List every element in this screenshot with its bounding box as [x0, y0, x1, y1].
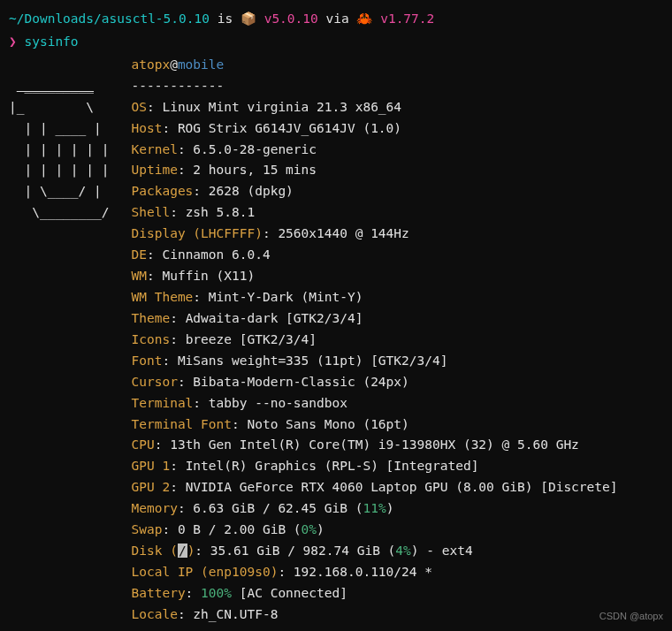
info-swap: Swap: 0 B / 2.00 GiB (0%): [132, 520, 618, 541]
prompt-char: ❯: [9, 34, 17, 49]
info-font: Font: MiSans weight=335 (11pt) [GTK2/3/4…: [132, 351, 618, 372]
watermark: CSDN @atopx: [599, 608, 663, 624]
separator-line: ------------: [132, 76, 618, 97]
package-icon: 📦: [241, 9, 256, 30]
cursor-block: /: [178, 544, 187, 558]
user-host-line: atopx@mobile: [132, 55, 618, 76]
info-terminal-font: Terminal Font: Noto Sans Mono (16pt): [132, 414, 618, 436]
info-cpu: CPU: 13th Gen Intel(R) Core(TM) i9-13980…: [132, 435, 618, 456]
info-locale: Locale: zh_CN.UTF-8: [132, 604, 618, 626]
command-input[interactable]: sysinfo: [24, 34, 78, 49]
info-packages: Packages: 2628 (dpkg): [132, 181, 618, 202]
rust-icon: 🦀: [356, 9, 372, 30]
info-cursor: Cursor: Bibata-Modern-Classic (24px): [132, 372, 618, 393]
cwd: ~/Downloads/asusctl-5.0.10: [9, 11, 210, 26]
info-uptime: Uptime: 2 hours, 15 mins: [132, 160, 618, 181]
info-terminal: Terminal: tabby --no-sandbox: [132, 393, 618, 414]
package-version: v5.0.10: [264, 11, 318, 26]
info-gpu1: GPU 1: Intel(R) Graphics (RPL-S) [Integr…: [132, 456, 618, 477]
info-host: Host: ROG Strix G614JV_G614JV (1.0): [132, 118, 618, 140]
ascii-logo: _________ |_ \ | | ____ | | | | | | | | …: [9, 55, 132, 245]
info-local-ip: Local IP (enp109s0): 192.168.0.110/24 *: [132, 562, 618, 583]
info-battery: Battery: 100% [AC Connected]: [132, 583, 618, 604]
shell-prompt-line-2[interactable]: ❯ sysinfo: [9, 32, 663, 53]
info-disk: Disk (/): 35.61 GiB / 982.74 GiB (4%) - …: [132, 541, 618, 562]
info-theme: Theme: Adwaita-dark [GTK2/3/4]: [132, 308, 618, 330]
info-display: Display (LHCFFFF): 2560x1440 @ 144Hz: [132, 224, 618, 245]
rust-version: v1.77.2: [380, 11, 434, 26]
info-gpu2: GPU 2: NVIDIA GeForce RTX 4060 Laptop GP…: [132, 477, 618, 498]
info-column: atopx@mobile ------------ OS: Linux Mint…: [132, 55, 618, 626]
info-wm: WM: Muffin (X11): [132, 266, 618, 287]
sysinfo-output: _________ |_ \ | | ____ | | | | | | | | …: [9, 55, 663, 626]
info-memory: Memory: 6.63 GiB / 62.45 GiB (11%): [132, 498, 618, 520]
info-os: OS: Linux Mint virginia 21.3 x86_64: [132, 97, 618, 118]
info-wm-theme: WM Theme: Mint-Y-Dark (Mint-Y): [132, 287, 618, 308]
info-icons: Icons: breeze [GTK2/3/4]: [132, 330, 618, 351]
shell-prompt-line-1: ~/Downloads/asusctl-5.0.10 is 📦 v5.0.10 …: [9, 9, 663, 30]
info-de: DE: Cinnamon 6.0.4: [132, 245, 618, 266]
info-shell: Shell: zsh 5.8.1: [132, 202, 618, 224]
info-kernel: Kernel: 6.5.0-28-generic: [132, 140, 618, 161]
